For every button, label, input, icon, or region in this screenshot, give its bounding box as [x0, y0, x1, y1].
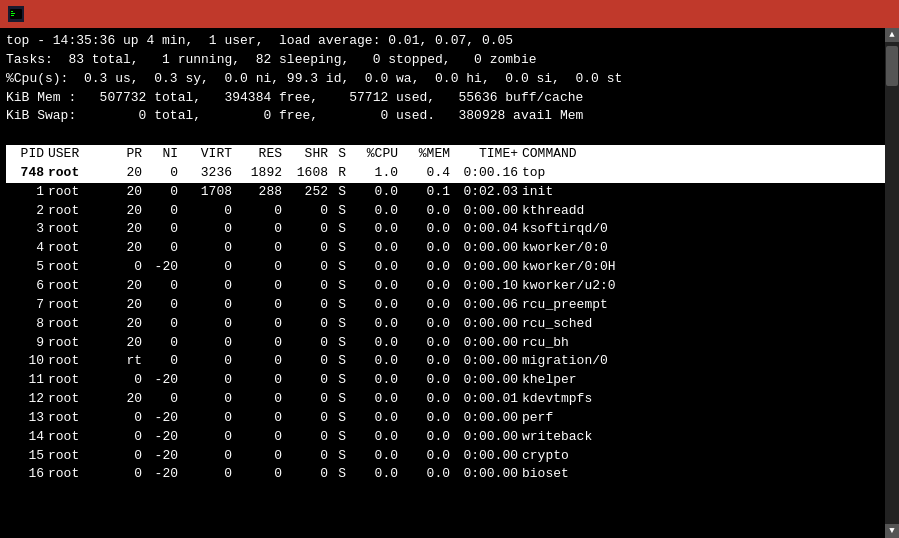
table-row: 5 root0-20000S0.00.00:00.00 kworker/0:0H	[6, 258, 893, 277]
maximize-button[interactable]	[837, 4, 863, 24]
cell-time: 0:00.00	[450, 202, 518, 221]
svg-rect-4	[11, 15, 14, 16]
col-res-header: RES	[232, 145, 282, 164]
cell-shr: 0	[282, 334, 328, 353]
cell-mem: 0.0	[398, 334, 450, 353]
cell-mem: 0.0	[398, 409, 450, 428]
cell-s: S	[328, 428, 346, 447]
col-pid-header: PID	[6, 145, 44, 164]
cell-pr: 0	[106, 428, 142, 447]
cell-pid: 3	[6, 220, 44, 239]
cell-cpu: 0.0	[346, 390, 398, 409]
cell-cpu: 0.0	[346, 465, 398, 484]
cell-pr: 20	[106, 220, 142, 239]
cell-time: 0:00.04	[450, 220, 518, 239]
cell-cpu: 0.0	[346, 220, 398, 239]
cell-virt: 0	[178, 447, 232, 466]
cell-pid: 10	[6, 352, 44, 371]
cell-pid: 6	[6, 277, 44, 296]
cell-cmd: ksoftirqd/0	[518, 220, 608, 239]
table-row: 8 root200000S0.00.00:00.00 rcu_sched	[6, 315, 893, 334]
table-row: 9 root200000S0.00.00:00.00 rcu_bh	[6, 334, 893, 353]
cell-cmd: migration/0	[518, 352, 608, 371]
cell-time: 0:00.00	[450, 428, 518, 447]
cell-ni: 0	[142, 220, 178, 239]
cell-mem: 0.0	[398, 447, 450, 466]
cell-shr: 0	[282, 258, 328, 277]
cell-ni: 0	[142, 202, 178, 221]
cell-pr: 0	[106, 447, 142, 466]
cell-user: root	[44, 371, 106, 390]
cell-user: root	[44, 220, 106, 239]
cell-time: 0:00.00	[450, 465, 518, 484]
cell-res: 0	[232, 202, 282, 221]
minimize-button[interactable]	[809, 4, 835, 24]
cell-pid: 4	[6, 239, 44, 258]
stats-line: KiB Swap: 0 total, 0 free, 0 used. 38092…	[6, 107, 893, 126]
cell-user: root	[44, 164, 106, 183]
cell-cpu: 0.0	[346, 258, 398, 277]
scroll-down-button[interactable]: ▼	[885, 524, 899, 538]
cell-cpu: 0.0	[346, 315, 398, 334]
table-row: 12 root200000S0.00.00:00.01 kdevtmpfs	[6, 390, 893, 409]
cell-cpu: 0.0	[346, 183, 398, 202]
cell-pid: 13	[6, 409, 44, 428]
cell-pr: 20	[106, 239, 142, 258]
cell-virt: 0	[178, 258, 232, 277]
scroll-thumb[interactable]	[886, 46, 898, 86]
cell-res: 0	[232, 277, 282, 296]
cell-pid: 7	[6, 296, 44, 315]
cell-res: 0	[232, 239, 282, 258]
cell-ni: -20	[142, 447, 178, 466]
cell-res: 288	[232, 183, 282, 202]
cell-s: S	[328, 258, 346, 277]
cell-pid: 14	[6, 428, 44, 447]
cell-s: S	[328, 315, 346, 334]
cell-res: 1892	[232, 164, 282, 183]
scroll-up-button[interactable]: ▲	[885, 28, 899, 42]
cell-user: root	[44, 428, 106, 447]
cell-user: root	[44, 183, 106, 202]
cell-pr: 20	[106, 202, 142, 221]
cell-pid: 1	[6, 183, 44, 202]
table-row: 6 root200000S0.00.00:00.10 kworker/u2:0	[6, 277, 893, 296]
col-time-header: TIME+	[450, 145, 518, 164]
cell-ni: -20	[142, 465, 178, 484]
cell-shr: 0	[282, 296, 328, 315]
col-s-header: S	[328, 145, 346, 164]
cell-pr: 20	[106, 296, 142, 315]
cell-pid: 2	[6, 202, 44, 221]
cell-shr: 0	[282, 447, 328, 466]
cell-shr: 0	[282, 220, 328, 239]
cell-ni: 0	[142, 296, 178, 315]
cell-res: 0	[232, 409, 282, 428]
cell-user: root	[44, 390, 106, 409]
cell-s: S	[328, 183, 346, 202]
cell-virt: 0	[178, 352, 232, 371]
cell-time: 0:00.01	[450, 390, 518, 409]
cell-pid: 12	[6, 390, 44, 409]
cell-res: 0	[232, 352, 282, 371]
cell-cpu: 0.0	[346, 447, 398, 466]
terminal-area: top - 14:35:36 up 4 min, 1 user, load av…	[0, 28, 899, 538]
col-shr-header: SHR	[282, 145, 328, 164]
scrollbar[interactable]: ▲ ▼	[885, 28, 899, 538]
cell-cpu: 0.0	[346, 334, 398, 353]
close-button[interactable]	[865, 4, 891, 24]
cell-cmd: crypto	[518, 447, 569, 466]
table-row: 15 root0-20000S0.00.00:00.00 crypto	[6, 447, 893, 466]
table-row: 3 root200000S0.00.00:00.04 ksoftirqd/0	[6, 220, 893, 239]
cell-shr: 0	[282, 428, 328, 447]
col-virt-header: VIRT	[178, 145, 232, 164]
cell-cmd: rcu_bh	[518, 334, 569, 353]
stats-line: KiB Mem : 507732 total, 394384 free, 577…	[6, 89, 893, 108]
table-row: 13 root0-20000S0.00.00:00.00 perf	[6, 409, 893, 428]
cell-time: 0:00.00	[450, 352, 518, 371]
cell-cmd: kworker/0:0	[518, 239, 608, 258]
cell-ni: 0	[142, 334, 178, 353]
cell-s: S	[328, 465, 346, 484]
cell-res: 0	[232, 428, 282, 447]
stats-line: top - 14:35:36 up 4 min, 1 user, load av…	[6, 32, 893, 51]
cell-cmd: rcu_preempt	[518, 296, 608, 315]
cell-cmd: kdevtmpfs	[518, 390, 592, 409]
